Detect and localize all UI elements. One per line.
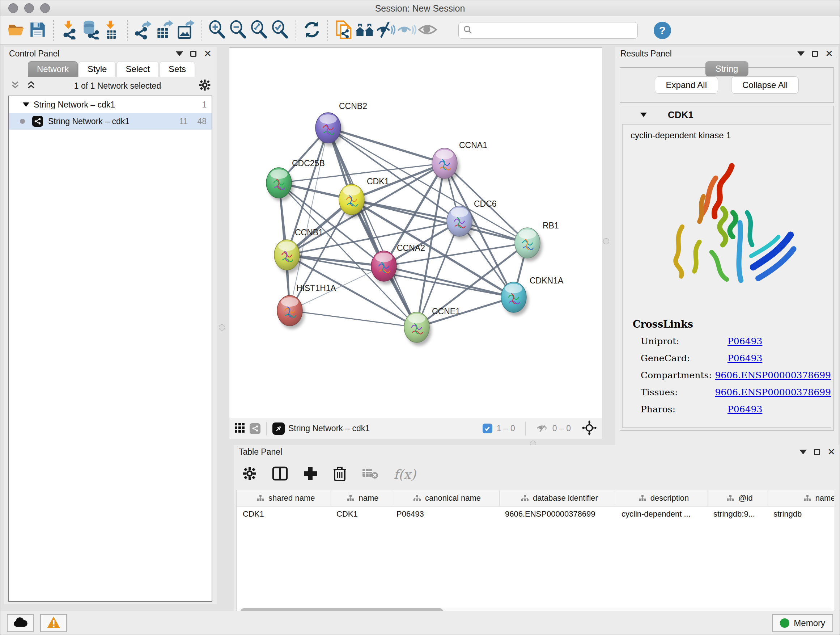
node-table[interactable]: shared namenamecanonical namedatabase id… [237, 490, 834, 616]
network-nodes[interactable]: CCNB2CCNA1CDC25BCDK1CDC6RB1CCNB1CCNA2CDK… [266, 101, 564, 346]
network-collection-row[interactable]: String Network – cdk1 1 [9, 96, 212, 113]
search-input[interactable] [475, 26, 633, 35]
delete-table-icon[interactable] [362, 467, 378, 481]
network-node-cdc25b[interactable]: CDC25B [266, 158, 325, 201]
bottom-bar-separator [266, 422, 267, 435]
hidden-eye-icon[interactable] [536, 423, 548, 435]
expand-all-button[interactable]: Expand All [655, 76, 718, 94]
crosslink-link[interactable]: 9606.ENSP00000378699 [715, 387, 831, 397]
crosslink-link[interactable]: 9606.ENSP00000378699 [715, 370, 831, 380]
network-node-ccnb2[interactable]: CCNB2 [316, 101, 367, 146]
network-edge[interactable] [290, 310, 417, 327]
zoom-fit-button[interactable] [248, 19, 270, 41]
column-header-id[interactable]: @id [707, 490, 767, 506]
import-table-button[interactable] [101, 19, 122, 41]
import-network-database-button[interactable] [80, 19, 101, 41]
minimize-window-button[interactable] [24, 3, 34, 13]
table-cell[interactable]: 9606.ENSP00000378699 [499, 506, 616, 522]
open-session-button[interactable] [6, 19, 27, 41]
float-panel-icon[interactable] [814, 449, 820, 455]
copy-style-button[interactable] [333, 19, 354, 41]
table-row[interactable]: CDK1CDK1P064939606.ENSP00000378699cyclin… [237, 506, 834, 522]
crosslink-link[interactable]: P06493 [728, 404, 762, 415]
grid-view-icon[interactable] [234, 423, 245, 435]
refresh-button[interactable] [302, 19, 322, 41]
warnings-button[interactable] [40, 614, 67, 632]
network-node-ccna1[interactable]: CCNA1 [432, 141, 487, 182]
zoom-window-button[interactable] [40, 3, 50, 13]
first-neighbors-button[interactable] [354, 19, 375, 41]
tab-sets[interactable]: Sets [159, 61, 195, 77]
network-options-gear-icon[interactable] [199, 79, 211, 93]
panel-menu-icon[interactable] [797, 51, 805, 56]
export-image-button[interactable] [175, 19, 196, 41]
tab-string[interactable]: String [706, 61, 748, 76]
left-splitter-handle[interactable] [219, 325, 225, 331]
table-cell[interactable]: P06493 [391, 506, 499, 522]
column-header-namespace[interactable]: namespace [767, 490, 834, 506]
table-cell[interactable]: cyclin-dependent ... [616, 506, 707, 522]
collection-expand-icon[interactable] [23, 103, 29, 107]
tab-select[interactable]: Select [117, 61, 159, 77]
network-node-ccnb1[interactable]: CCNB1 [274, 228, 323, 273]
export-table-button[interactable] [154, 19, 175, 41]
refresh-icon [302, 20, 322, 41]
table-cell[interactable]: CDK1 [237, 506, 331, 522]
zoom-in-button[interactable] [207, 19, 227, 41]
eye-disabled-button[interactable] [417, 19, 438, 41]
float-panel-icon[interactable] [190, 51, 196, 57]
table-cell[interactable]: stringdb [767, 506, 834, 522]
network-node-ccne1[interactable]: CCNE1 [404, 307, 460, 346]
column-header-description[interactable]: description [616, 490, 707, 506]
add-column-icon[interactable] [303, 466, 317, 482]
network-node-cdkn1a[interactable]: CDKN1A [501, 276, 564, 316]
float-panel-icon[interactable] [812, 51, 818, 57]
selected-nodes-checkbox[interactable] [483, 424, 493, 433]
network-graph[interactable]: CCNB2CCNA1CDC25BCDK1CDC6RB1CCNB1CCNA2CDK… [229, 48, 602, 418]
collapse-all-networks-icon[interactable] [10, 80, 21, 92]
right-splitter-handle[interactable] [603, 238, 609, 244]
column-header-canonical-name[interactable]: canonical name [391, 490, 499, 506]
export-network-button[interactable] [133, 19, 154, 41]
tab-style[interactable]: Style [79, 61, 116, 77]
memory-button[interactable]: Memory [772, 614, 833, 632]
expand-all-networks-icon[interactable] [26, 80, 36, 92]
column-header-name[interactable]: name [331, 490, 391, 506]
save-session-button[interactable] [27, 19, 48, 41]
close-panel-icon[interactable]: ✕ [204, 49, 212, 58]
delete-column-icon[interactable] [333, 466, 347, 483]
cloud-status-button[interactable] [7, 614, 34, 632]
network-node-hist1h1a[interactable]: HIST1H1A [277, 283, 336, 329]
hide-selected-button[interactable] [375, 19, 396, 41]
table-options-gear-icon[interactable] [242, 466, 257, 482]
close-window-button[interactable] [8, 3, 18, 13]
network-node-rb1[interactable]: RB1 [515, 221, 559, 261]
network-edge[interactable] [328, 128, 527, 243]
entry-collapse-icon[interactable] [640, 112, 647, 117]
zoom-out-button[interactable] [227, 19, 248, 41]
network-edge[interactable] [417, 297, 514, 327]
network-edge[interactable] [328, 128, 445, 163]
close-panel-icon[interactable]: ✕ [827, 447, 835, 456]
crosslink-link[interactable]: P06493 [728, 353, 762, 363]
network-row[interactable]: String Network – cdk1 11 48 [9, 113, 212, 130]
string-network-badge-icon[interactable] [249, 423, 261, 434]
zoom-selected-button[interactable] [270, 19, 291, 41]
table-cell[interactable]: stringdb:9... [707, 506, 767, 522]
birds-eye-view-icon[interactable] [272, 423, 285, 435]
crosslink-link[interactable]: P06493 [728, 336, 762, 347]
network-canvas[interactable]: CCNB2CCNA1CDC25BCDK1CDC6RB1CCNB1CCNA2CDK… [229, 48, 602, 418]
fit-network-crosshair-icon[interactable] [582, 420, 597, 437]
collapse-all-button[interactable]: Collapse All [731, 76, 799, 94]
column-header-shared-name[interactable]: shared name [237, 490, 331, 506]
help-button[interactable]: ? [654, 22, 671, 39]
panel-menu-icon[interactable] [799, 450, 807, 454]
column-header-database-identifier[interactable]: database identifier [499, 490, 616, 506]
import-network-file-button[interactable] [59, 19, 80, 41]
panel-menu-icon[interactable] [176, 51, 183, 56]
show-all-button[interactable] [396, 19, 417, 41]
network-edge[interactable] [328, 128, 417, 327]
tab-network[interactable]: Network [28, 61, 78, 77]
select-columns-icon[interactable] [272, 466, 288, 482]
table-cell[interactable]: CDK1 [331, 506, 391, 522]
